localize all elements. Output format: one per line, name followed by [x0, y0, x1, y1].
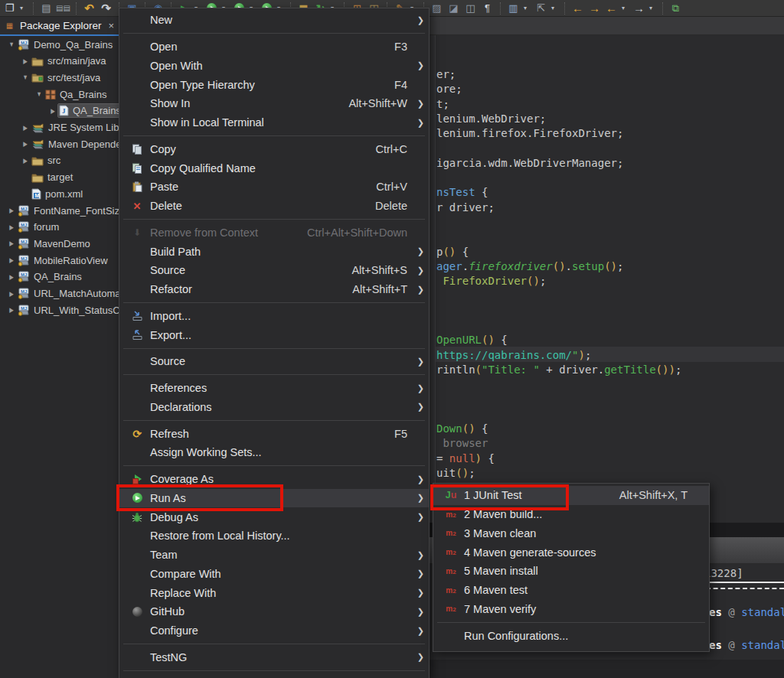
- toolbar-separator: [500, 2, 501, 15]
- code-editor[interactable]: er;ore;t;lenium.WebDriver;lenium.firefox…: [426, 17, 784, 523]
- redo-icon[interactable]: ↷: [100, 2, 113, 15]
- chevron-right-icon[interactable]: ▶: [21, 140, 29, 148]
- menu-item-run-configurations-[interactable]: Run Configurations...: [433, 626, 709, 645]
- menu-item-export-[interactable]: Export...: [119, 325, 429, 344]
- tree-item-target[interactable]: target: [20, 169, 76, 186]
- new-wizard-icon[interactable]: ❐: [3, 2, 16, 15]
- tree-item-url-matchautomati[interactable]: ▶MJURL_MatchAutomati: [6, 285, 129, 302]
- menu-item-6-maven-test[interactable]: m26 Maven test: [433, 581, 709, 600]
- chevron-right-icon[interactable]: ▶: [7, 306, 15, 314]
- dropdown-icon[interactable]: ▾: [649, 5, 656, 11]
- tree-item-src-test-java[interactable]: ▼src/test/java: [20, 69, 103, 86]
- menu-item-1-junit-test[interactable]: Ju1 JUnit TestAlt+Shift+X, T: [433, 486, 709, 505]
- menu-item-copy[interactable]: CopyCtrl+C: [119, 140, 429, 159]
- nav-forward-icon[interactable]: →: [588, 2, 601, 15]
- mark-occurrences-icon[interactable]: ▨: [430, 2, 443, 15]
- tree-item-forum[interactable]: ▶MJforum: [6, 219, 62, 236]
- nav-back-icon[interactable]: ←: [571, 2, 584, 15]
- tree-item-qa-brains[interactable]: ▼Qa_Brains: [34, 86, 109, 103]
- menu-item-run-as[interactable]: Run As❯: [119, 489, 429, 508]
- menu-item-copy-qualified-name[interactable]: Copy Qualified Name: [119, 158, 429, 178]
- menu-item-open-with[interactable]: Open With❯: [119, 57, 429, 76]
- menu-item-configure[interactable]: Configure❯: [119, 621, 429, 641]
- menu-item-show-in-local-terminal[interactable]: Show in Local Terminal❯: [119, 113, 429, 132]
- menu-item-source[interactable]: Source❯: [119, 352, 429, 371]
- chevron-down-icon[interactable]: ▼: [21, 73, 29, 81]
- menu-item-source[interactable]: SourceAlt+Shift+S❯: [119, 261, 429, 280]
- chevron-down-icon[interactable]: ▼: [7, 41, 15, 48]
- menu-item-assign-working-sets-[interactable]: Assign Working Sets...: [119, 443, 429, 462]
- chevron-right-icon[interactable]: ▶: [7, 256, 15, 264]
- last-edit-icon[interactable]: ←: [605, 2, 618, 15]
- chevron-right-icon[interactable]: ▶: [21, 57, 29, 65]
- menu-item-label: Build Path: [150, 246, 415, 258]
- dropdown-icon[interactable]: ▾: [524, 5, 531, 11]
- tree-item-fontname-fontsiz[interactable]: ▶MJFontName_FontSiz: [6, 202, 122, 219]
- chevron-right-icon[interactable]: ▶: [21, 157, 29, 165]
- save-all-icon[interactable]: ▤▤: [57, 2, 70, 15]
- menu-item-references[interactable]: References❯: [119, 379, 429, 398]
- tree-item-qa-brains[interactable]: ▶MJQA_Brains: [6, 269, 85, 285]
- chevron-right-icon[interactable]: ▶: [7, 207, 15, 214]
- tree-item-pom-xml[interactable]: Mpom.xml: [20, 185, 86, 202]
- menu-item-2-maven-build-[interactable]: m22 Maven build...: [433, 505, 709, 524]
- save-icon[interactable]: ▤: [40, 2, 53, 15]
- menu-item-refresh[interactable]: ⟳RefreshF5: [119, 424, 429, 443]
- menu-item-new[interactable]: New❯: [119, 11, 429, 30]
- undo-icon[interactable]: ↶: [83, 2, 96, 15]
- menu-item-4-maven-generate-sources[interactable]: m24 Maven generate-sources: [433, 543, 709, 562]
- menu-item-label: TestNG: [150, 651, 415, 663]
- next-edit-icon[interactable]: →: [632, 2, 645, 15]
- maven-icon: m2: [443, 510, 459, 519]
- pilcrow-icon[interactable]: ¶: [481, 2, 494, 15]
- tree-item-url-with-statusco[interactable]: ▶MJURL_With_StatusCo: [6, 302, 129, 318]
- menu-item-testng[interactable]: TestNG❯: [119, 648, 429, 667]
- close-icon[interactable]: ×: [109, 20, 115, 31]
- menu-item-7-maven-verify[interactable]: m27 Maven verify: [433, 600, 709, 619]
- dropdown-icon[interactable]: ▾: [622, 5, 629, 11]
- tree-item-src-main-java[interactable]: ▶src/main/java: [20, 53, 109, 70]
- menu-item-build-path[interactable]: Build Path❯: [119, 242, 429, 261]
- menu-item-show-in[interactable]: Show InAlt+Shift+W❯: [119, 94, 429, 113]
- dropdown-icon[interactable]: ▾: [20, 5, 27, 11]
- menu-item-open-type-hierarchy[interactable]: Open Type HierarchyF4: [119, 75, 429, 94]
- chevron-down-icon[interactable]: ▼: [34, 90, 43, 98]
- tab-package-explorer[interactable]: ▦ Package Explorer ×: [0, 17, 120, 34]
- menu-item-compare-with[interactable]: Compare With❯: [119, 565, 429, 584]
- tree-item-qa-brains[interactable]: ▶JQA_Brains: [47, 103, 124, 119]
- menu-separator: [119, 371, 429, 379]
- tree-item-src[interactable]: ▶src: [20, 152, 64, 169]
- menu-item-refactor[interactable]: RefactorAlt+Shift+T❯: [119, 280, 429, 299]
- svg-text:MJ: MJ: [21, 272, 27, 277]
- tree-item-jre-system-librar[interactable]: ▶JRE System Librar: [20, 119, 134, 136]
- chevron-right-icon[interactable]: ▶: [7, 240, 15, 247]
- chevron-right-icon[interactable]: ▶: [7, 273, 15, 281]
- chevron-right-icon[interactable]: ▶: [21, 124, 29, 132]
- menu-item-paste[interactable]: PasteCtrl+V: [119, 178, 429, 197]
- menu-item-open[interactable]: OpenF3: [119, 37, 429, 57]
- menu-item-import-[interactable]: Import...: [119, 307, 429, 326]
- tree-item-mobileratioview[interactable]: ▶MJMobileRatioView: [6, 252, 111, 269]
- console-output-line: es @ standalo: [709, 606, 784, 618]
- menu-item-5-maven-install[interactable]: m25 Maven install: [433, 562, 709, 581]
- chevron-right-icon[interactable]: ▶: [48, 107, 57, 115]
- menu-item-debug-as[interactable]: Debug As❯: [119, 507, 429, 526]
- menu-item-declarations[interactable]: Declarations❯: [119, 398, 429, 417]
- word-save-icon[interactable]: ▥: [507, 2, 520, 15]
- menu-item-restore-from-local-history-[interactable]: Restore from Local History...: [119, 526, 429, 546]
- menu-item-3-maven-clean[interactable]: m23 Maven clean: [433, 524, 709, 543]
- tree-item-mavendemo[interactable]: ▶MJMavenDemo: [6, 235, 93, 252]
- menu-item-replace-with[interactable]: Replace With❯: [119, 583, 429, 602]
- chevron-right-icon[interactable]: ▶: [7, 223, 15, 231]
- tree-item-demo-qa-brains[interactable]: ▼MJDemo_Qa_Brains: [6, 36, 116, 53]
- chevron-right-icon[interactable]: ▶: [7, 290, 15, 298]
- menu-item-github[interactable]: GitHub❯: [119, 602, 429, 621]
- menu-item-coverage-as[interactable]: Coverage As❯: [119, 470, 429, 489]
- link-editor-icon[interactable]: ⧉: [669, 2, 682, 15]
- promote-icon[interactable]: ⇱: [534, 2, 547, 15]
- dropdown-icon[interactable]: ▾: [551, 5, 558, 11]
- show-whitespace-icon[interactable]: ◫: [464, 2, 477, 15]
- menu-item-delete[interactable]: ✕DeleteDelete: [119, 197, 429, 216]
- menu-item-team[interactable]: Team❯: [119, 546, 429, 565]
- gradient-icon[interactable]: ◪: [447, 2, 460, 15]
